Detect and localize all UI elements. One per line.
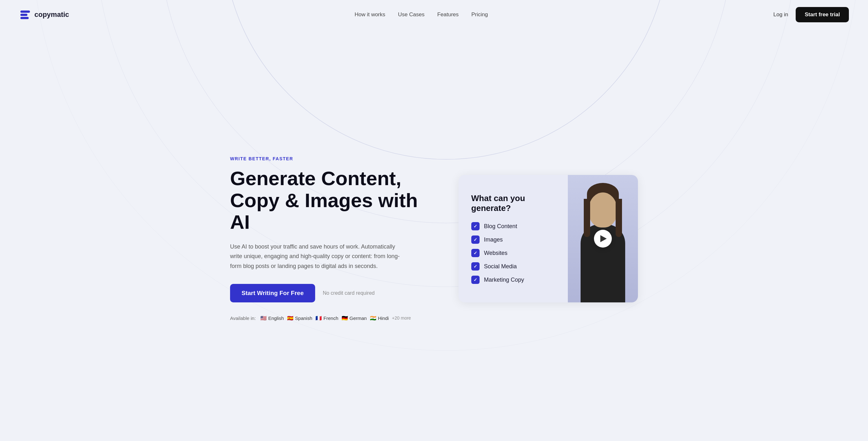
nav-links: How it works Use Cases Features Pricing: [355, 11, 488, 18]
list-item: Marketing Copy: [471, 276, 558, 284]
nav-use-cases[interactable]: Use Cases: [398, 11, 425, 18]
hero-tagline: WRITE BETTER, FASTER: [230, 156, 442, 161]
logo-icon: [19, 9, 31, 21]
lang-french: 🇫🇷 French: [315, 315, 338, 321]
play-button[interactable]: [594, 230, 612, 248]
hero-description: Use AI to boost your traffic and save ho…: [230, 242, 408, 271]
person-hair-right: [616, 199, 622, 237]
hero-section: WRITE BETTER, FASTER Generate Content, C…: [211, 29, 657, 441]
svg-rect-4: [21, 10, 30, 13]
hero-buttons: Start Writing For Free No credit card re…: [230, 284, 442, 303]
login-link[interactable]: Log in: [773, 11, 788, 18]
svg-rect-6: [21, 17, 29, 19]
nav-pricing[interactable]: Pricing: [471, 11, 488, 18]
checklist-item-marketing: Marketing Copy: [484, 277, 524, 283]
list-item: Social Media: [471, 262, 558, 271]
hero-title-line2: Copy & Images with AI: [230, 189, 418, 233]
more-languages-label: +20 more: [392, 315, 411, 320]
video-card-title: What can you generate?: [471, 193, 558, 213]
check-icon-blog: [471, 222, 479, 230]
video-content: What can you generate? Blog Content Imag…: [459, 175, 568, 303]
nav-actions: Log in Start free trial: [773, 7, 849, 22]
video-card: What can you generate? Blog Content Imag…: [459, 175, 638, 303]
spanish-label: Spanish: [295, 315, 312, 321]
french-flag: 🇫🇷: [315, 315, 322, 321]
list-item: Blog Content: [471, 222, 558, 230]
list-item: Images: [471, 235, 558, 244]
logo-text: copymatic: [34, 10, 69, 19]
german-label: German: [349, 315, 367, 321]
english-label: English: [268, 315, 284, 321]
checklist-item-websites: Websites: [484, 250, 507, 256]
navbar: copymatic How it works Use Cases Feature…: [0, 0, 868, 29]
check-icon-websites: [471, 249, 479, 257]
lang-hindi: 🇮🇳 Hindi: [370, 315, 389, 321]
start-writing-button[interactable]: Start Writing For Free: [230, 284, 315, 303]
logo[interactable]: copymatic: [19, 9, 69, 21]
hindi-flag: 🇮🇳: [370, 315, 376, 321]
hindi-label: Hindi: [378, 315, 389, 321]
start-free-trial-button[interactable]: Start free trial: [796, 7, 849, 22]
person-hair-left: [584, 199, 590, 237]
english-flag: 🇺🇸: [260, 315, 267, 321]
hero-right: What can you generate? Blog Content Imag…: [459, 175, 638, 303]
available-in: Available in: 🇺🇸 English 🇪🇸 Spanish 🇫🇷 F…: [230, 315, 442, 321]
hero-title-line1: Generate Content,: [230, 167, 401, 189]
available-label: Available in:: [230, 315, 256, 321]
checklist: Blog Content Images Websites Social Medi…: [471, 222, 558, 284]
play-icon: [600, 235, 607, 242]
lang-english: 🇺🇸 English: [260, 315, 284, 321]
check-icon-images: [471, 235, 479, 244]
spanish-flag: 🇪🇸: [287, 315, 293, 321]
checklist-item-social: Social Media: [484, 263, 517, 270]
svg-rect-5: [21, 14, 27, 16]
nav-features[interactable]: Features: [437, 11, 459, 18]
check-icon-marketing: [471, 276, 479, 284]
german-flag: 🇩🇪: [342, 315, 348, 321]
no-credit-card-label: No credit card required: [323, 290, 375, 296]
checklist-item-images: Images: [484, 237, 503, 243]
checklist-item-blog: Blog Content: [484, 223, 517, 230]
french-label: French: [323, 315, 338, 321]
list-item: Websites: [471, 249, 558, 257]
hero-title: Generate Content, Copy & Images with AI: [230, 167, 442, 233]
video-person: [568, 175, 638, 303]
nav-how-it-works[interactable]: How it works: [355, 11, 385, 18]
hero-left: WRITE BETTER, FASTER Generate Content, C…: [230, 156, 442, 321]
lang-spanish: 🇪🇸 Spanish: [287, 315, 312, 321]
person-head: [589, 192, 617, 227]
check-icon-social: [471, 262, 479, 271]
lang-german: 🇩🇪 German: [342, 315, 367, 321]
person-image: [568, 175, 638, 303]
